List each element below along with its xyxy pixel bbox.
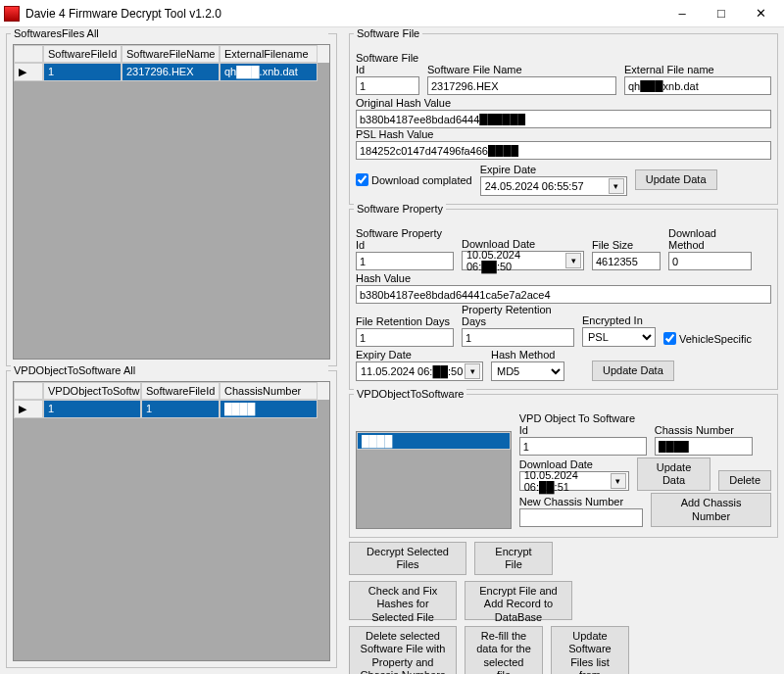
- new-chassis-number[interactable]: [519, 508, 643, 527]
- app-icon: [4, 6, 20, 22]
- expire-date-picker[interactable]: 24.05.2024 06:55:57▾: [480, 176, 627, 196]
- vpd-download-date-picker[interactable]: 10.05.2024 06:██:51▾: [519, 471, 629, 491]
- vpd-object-id[interactable]: [519, 437, 647, 456]
- add-chassis-button[interactable]: Add Chassis Number: [651, 493, 771, 526]
- software-file-id[interactable]: [356, 76, 419, 95]
- download-method[interactable]: [668, 252, 752, 270]
- col-externalfilename[interactable]: ExternalFilename: [220, 45, 318, 63]
- minimize-button[interactable]: –: [662, 2, 702, 25]
- vpd-inner-grid[interactable]: ████: [356, 431, 512, 529]
- window-title: Davie 4 Firmware Decrypt Tool v1.2.0: [25, 7, 662, 21]
- table-row[interactable]: ▶ 1 2317296.HEX qh███.xnb.dat: [14, 63, 329, 81]
- vehicle-specific-checkbox[interactable]: VehicleSpecific: [663, 332, 752, 345]
- delete-button[interactable]: Delete: [718, 470, 771, 491]
- external-file-name[interactable]: [624, 76, 771, 95]
- maximize-button[interactable]: □: [702, 2, 741, 25]
- col-chassis[interactable]: ChassisNumber: [220, 382, 318, 400]
- col-softwarefileid[interactable]: SoftwareFileId: [43, 45, 122, 63]
- property-retention-days[interactable]: [462, 328, 574, 347]
- download-completed-checkbox[interactable]: Download complated: [356, 173, 472, 186]
- expiry-date-picker[interactable]: 11.05.2024 06:██:50▾: [356, 361, 483, 381]
- update-data-vpd-button[interactable]: Update Data: [637, 457, 710, 491]
- file-retention-days[interactable]: [356, 328, 454, 347]
- software-file-name[interactable]: [427, 76, 616, 95]
- chassis-number[interactable]: [655, 437, 753, 456]
- update-list-button[interactable]: Update Software Files list from DataBase: [551, 626, 629, 674]
- checkfix-button[interactable]: Check and Fix Hashes for Selected File: [349, 581, 457, 620]
- software-file-group: Software File Software File Id Software …: [349, 33, 778, 205]
- original-hash[interactable]: [356, 110, 771, 128]
- table-row[interactable]: ▶ 1 1 ████: [14, 400, 329, 418]
- vpd-group: VPDObjectToSoftware ████ VPD Object To S…: [349, 394, 778, 538]
- psl-hash[interactable]: [356, 141, 771, 160]
- software-property-group: Software Property Software Property Id D…: [349, 209, 778, 390]
- file-size[interactable]: [592, 252, 661, 270]
- hash-value[interactable]: [356, 285, 771, 304]
- titlebar: Davie 4 Firmware Decrypt Tool v1.2.0 – □…: [0, 0, 784, 27]
- hash-method-select[interactable]: MD5: [491, 361, 564, 381]
- col-softwarefileid2[interactable]: SoftwareFileId: [141, 382, 220, 400]
- encrypt-button[interactable]: Encrypt File: [474, 542, 553, 575]
- close-button[interactable]: ✕: [741, 2, 780, 25]
- update-data-sp-button[interactable]: Update Data: [592, 361, 674, 381]
- software-property-id[interactable]: [356, 252, 454, 270]
- softwares-grid[interactable]: SoftwareFileId SoftwareFileName External…: [13, 44, 330, 360]
- encrypted-in-select[interactable]: PSL: [582, 327, 656, 347]
- decrypt-button[interactable]: Decrypt Selected Files: [349, 542, 466, 575]
- encadd-button[interactable]: Encrypt File and Add Record to DataBase: [465, 581, 572, 620]
- col-softwarefilename[interactable]: SoftwareFileName: [122, 45, 220, 63]
- grid2-title: VPDObjectToSoftware All: [11, 364, 328, 376]
- refill-button[interactable]: Re-fill the data for the selected file: [465, 626, 543, 674]
- delete-selected-button[interactable]: Delete selected Software File with Prope…: [349, 626, 457, 674]
- vpd-grid[interactable]: VPDObjectToSoftw SoftwareFileId ChassisN…: [13, 381, 330, 661]
- download-date-picker[interactable]: 10.05.2024 06:██:50▾: [462, 251, 584, 270]
- grid1-title: SoftwaresFiles All: [11, 27, 328, 39]
- chevron-down-icon[interactable]: ▾: [565, 253, 581, 268]
- chevron-down-icon[interactable]: ▾: [611, 473, 626, 489]
- update-data-sf-button[interactable]: Update Data: [635, 169, 717, 190]
- col-vpdobj[interactable]: VPDObjectToSoftw: [43, 382, 141, 400]
- chevron-down-icon[interactable]: ▾: [465, 363, 480, 379]
- chevron-down-icon[interactable]: ▾: [609, 178, 624, 194]
